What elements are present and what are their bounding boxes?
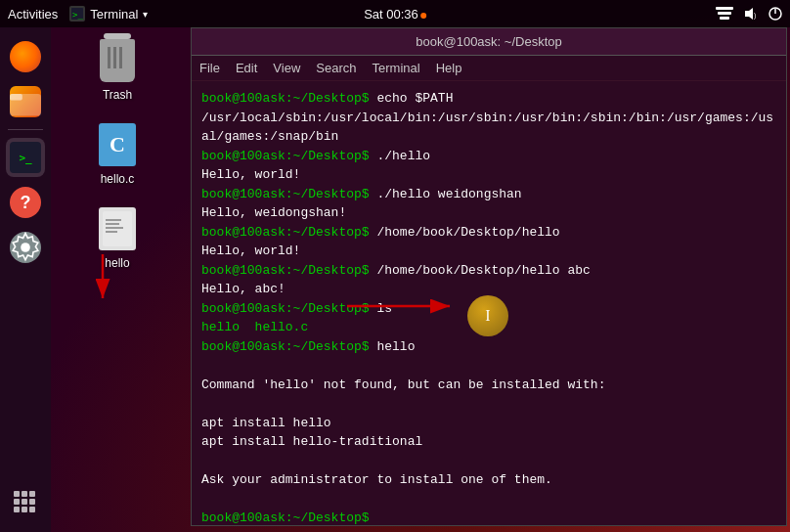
terminal-titlebar: book@100ask: ~/Desktop (192, 28, 786, 56)
dock-separator (8, 129, 43, 130)
svg-rect-15 (106, 227, 123, 229)
svg-rect-14 (106, 223, 119, 225)
terminal-output-5: Hello, world! (201, 242, 776, 261)
desktop-icons-area: Trash C hello.c hello (59, 37, 176, 289)
svg-rect-4 (720, 17, 729, 20)
terminal-icon: >_ (69, 6, 85, 22)
notification-dot (420, 13, 426, 19)
terminal-output-3: Hello, world! (201, 165, 776, 185)
svg-rect-2 (716, 7, 733, 10)
trash-label: Trash (103, 88, 132, 102)
terminal-title: book@100ask: ~/Desktop (416, 34, 561, 49)
terminal-apt-2: apt install hello-traditional (201, 432, 776, 452)
terminal-error-output: Command 'hello' not found, but can be in… (201, 376, 776, 395)
dock-item-firefox[interactable] (6, 37, 45, 76)
svg-text:): ) (754, 12, 756, 20)
terminal-line-1: book@100ask:~/Desktop$ echo $PATH (201, 89, 776, 109)
svg-rect-3 (718, 12, 731, 15)
terminal-blank-3 (201, 452, 776, 471)
svg-rect-10 (10, 94, 22, 100)
terminal-ls-output: hello hello.c (201, 318, 776, 337)
terminal-line-5: book@100ask:~/Desktop$ /home/book/Deskto… (201, 261, 776, 281)
terminal-dock-icon: >_ (10, 142, 41, 173)
activities-button[interactable]: Activities (8, 7, 58, 22)
terminal-line-2: book@100ask:~/Desktop$ ./hello (201, 147, 776, 166)
trash-image (100, 39, 135, 82)
dock-item-help[interactable]: ? (6, 183, 45, 222)
svg-point-11 (21, 243, 30, 252)
network-icon (716, 7, 733, 21)
terminal-final-prompt: book@100ask:~/Desktop$ (201, 509, 776, 525)
menu-edit[interactable]: Edit (236, 61, 257, 75)
terminal-output-4: Hello, weidongshan! (201, 203, 776, 223)
hello-label: hello (105, 256, 129, 270)
menu-view[interactable]: View (273, 61, 300, 75)
terminal-blank-1 (201, 356, 776, 376)
app-title: Terminal (90, 7, 138, 22)
apps-grid-icon (14, 491, 37, 514)
terminal-blank-2 (201, 394, 776, 414)
app-menu[interactable]: >_ Terminal ▾ (69, 6, 148, 22)
menu-terminal[interactable]: Terminal (373, 61, 420, 75)
terminal-menubar[interactable]: File Edit View Search Terminal Help (192, 56, 786, 81)
dock-item-files[interactable] (6, 82, 45, 121)
terminal-blank-4 (201, 490, 776, 510)
settings-icon (10, 232, 41, 263)
terminal-output-6: Hello, abc! (201, 280, 776, 299)
svg-text:>_: >_ (72, 10, 83, 20)
terminal-window: book@100ask: ~/Desktop File Edit View Se… (191, 27, 787, 526)
volume-icon: ) (743, 7, 759, 21)
power-icon (768, 7, 782, 21)
terminal-line-7: book@100ask:~/Desktop$ hello (201, 337, 776, 357)
menu-search[interactable]: Search (316, 61, 356, 75)
topbar: Activities >_ Terminal ▾ Sat 00:36 ) (0, 0, 790, 27)
svg-marker-5 (745, 8, 753, 20)
clock: Sat 00:36 (364, 7, 426, 22)
hello-file-image (99, 207, 136, 250)
terminal-content[interactable]: book@100ask:~/Desktop$ echo $PATH /usr/l… (192, 81, 786, 525)
terminal-output-1: /usr/local/sbin:/usr/local/bin:/usr/sbin… (201, 109, 776, 128)
svg-rect-13 (106, 219, 121, 221)
hello-icon-desktop[interactable]: hello (59, 205, 176, 270)
trash-icon-desktop[interactable]: Trash (59, 37, 176, 102)
terminal-admin-msg: Ask your administrator to install one of… (201, 470, 776, 490)
dock: >_ ? (0, 27, 51, 532)
files-icon (10, 86, 41, 117)
help-icon: ? (10, 187, 41, 218)
terminal-apt-1: apt install hello (201, 414, 776, 433)
terminal-line-6: book@100ask:~/Desktop$ ls (201, 299, 776, 319)
helloc-icon-desktop[interactable]: C hello.c (59, 121, 176, 186)
app-menu-arrow: ▾ (143, 9, 148, 20)
c-file-image: C (99, 123, 136, 166)
dock-apps-grid[interactable] (6, 483, 45, 522)
helloc-label: hello.c (101, 172, 135, 186)
firefox-icon (10, 41, 41, 72)
dock-item-settings[interactable] (6, 228, 45, 267)
terminal-line-3: book@100ask:~/Desktop$ ./hello weidongsh… (201, 185, 776, 204)
terminal-line-4: book@100ask:~/Desktop$ /home/book/Deskto… (201, 223, 776, 243)
system-tray: ) (716, 7, 782, 21)
menu-help[interactable]: Help (436, 61, 462, 75)
desktop: Activities >_ Terminal ▾ Sat 00:36 ) (0, 0, 790, 532)
dock-item-terminal[interactable]: >_ (6, 138, 45, 177)
terminal-output-2: al/games:/snap/bin (201, 127, 776, 147)
menu-file[interactable]: File (199, 61, 220, 75)
svg-rect-16 (106, 231, 117, 233)
